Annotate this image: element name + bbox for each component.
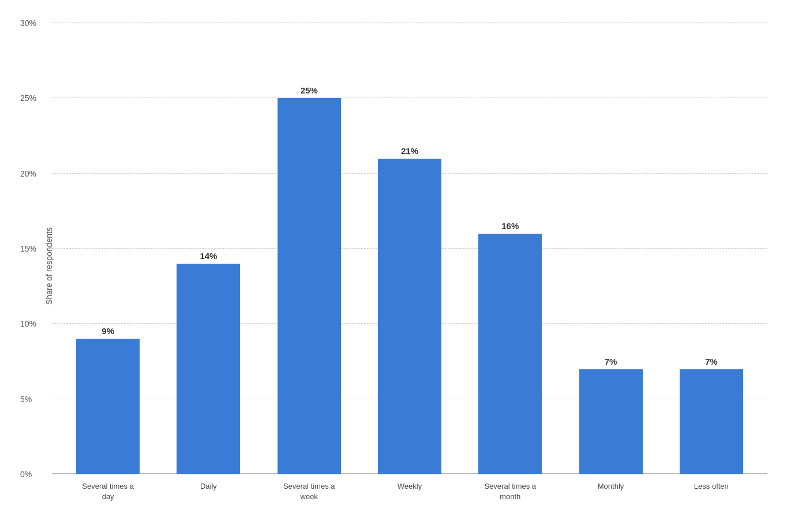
x-axis-label: Monthly — [560, 481, 661, 502]
bar-value-label: 7% — [705, 357, 718, 366]
y-tick-label: 15% — [20, 244, 36, 253]
bar-value-label: 9% — [102, 326, 114, 336]
bar-group: 21% — [359, 23, 460, 474]
bar-rect — [378, 159, 441, 474]
chart-area: 30%25%20%15%10%5%0%9%14%25%21%16%7%7% — [52, 23, 767, 474]
y-tick-label: 30% — [20, 18, 36, 28]
bar-value-label: 25% — [301, 85, 318, 95]
bar-group: 7% — [560, 23, 661, 474]
bar-value-label: 16% — [501, 221, 519, 231]
bar-group: 7% — [661, 23, 762, 474]
bar-rect — [278, 98, 341, 474]
x-axis-label: Several times aday — [58, 481, 158, 502]
bar-rect — [579, 369, 643, 474]
bar-rect — [76, 339, 140, 474]
x-axis-labels: Several times adayDailySeveral times awe… — [52, 481, 767, 502]
bar-rect — [680, 369, 743, 474]
bar-value-label: 7% — [605, 357, 617, 366]
y-tick-label: 25% — [20, 93, 36, 103]
bar-value-label: 14% — [200, 251, 217, 261]
bar-group: 9% — [58, 23, 158, 474]
bar-group: 25% — [259, 23, 359, 474]
x-axis-label: Daily — [158, 481, 258, 502]
chart-container: Share of respondents 30%25%20%15%10%5%0%… — [0, 0, 802, 532]
x-axis-label: Several times amonth — [460, 481, 560, 502]
x-axis-label: Several times aweek — [259, 481, 359, 502]
y-tick-label: 10% — [20, 319, 36, 328]
bar-rect — [177, 264, 240, 474]
bars-wrapper: 9%14%25%21%16%7%7% — [52, 23, 767, 474]
bar-rect — [478, 234, 542, 474]
x-axis-label: Less often — [661, 481, 762, 502]
bar-value-label: 21% — [401, 146, 418, 156]
bar-group: 16% — [460, 23, 560, 474]
y-tick-label: 20% — [20, 169, 36, 178]
x-axis-label: Weekly — [359, 481, 460, 502]
y-tick-label: 0% — [20, 470, 32, 479]
bar-group: 14% — [158, 23, 258, 474]
y-tick-label: 5% — [20, 395, 32, 404]
